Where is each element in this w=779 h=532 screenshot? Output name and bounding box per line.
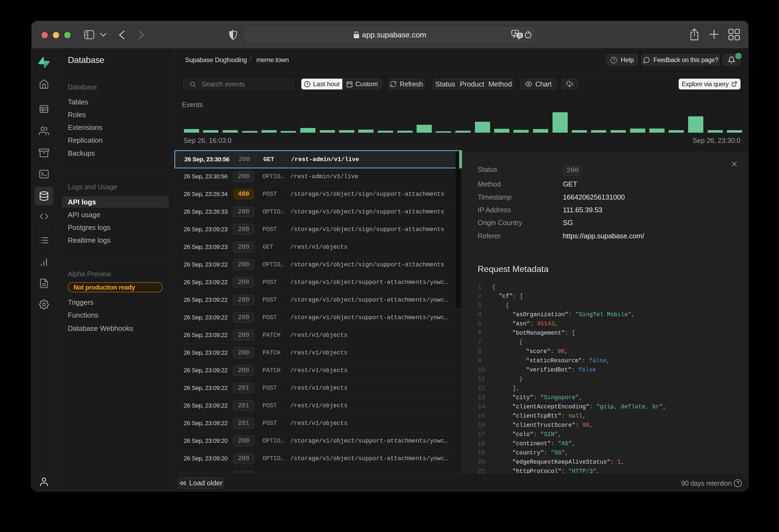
svg-text:文: 文 xyxy=(518,34,522,38)
svg-text:A: A xyxy=(514,31,517,36)
